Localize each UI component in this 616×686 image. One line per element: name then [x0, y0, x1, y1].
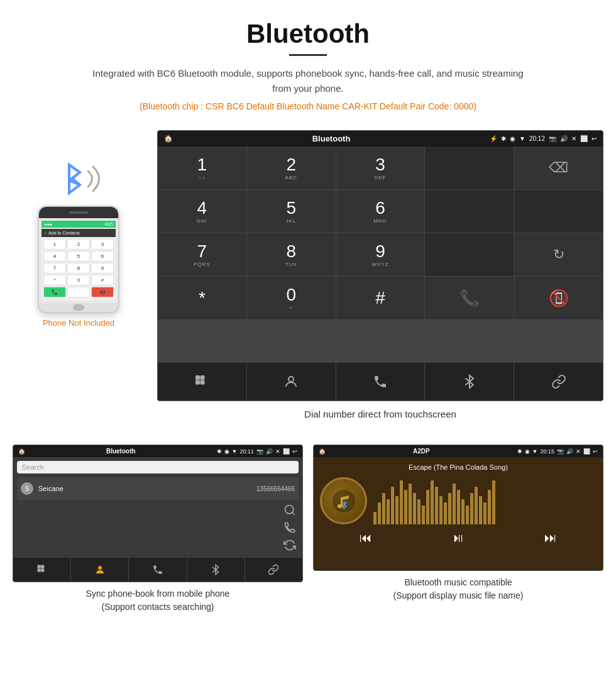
- page-header: Bluetooth Integrated with BC6 Bluetooth …: [0, 0, 616, 130]
- contacts-sig-icon: ▼: [232, 448, 238, 455]
- key-7[interactable]: 7 PQRS: [158, 233, 246, 276]
- usb-icon: ⚡: [490, 135, 497, 142]
- search-bar[interactable]: Search: [17, 461, 299, 473]
- action-link[interactable]: [514, 363, 603, 401]
- key-6[interactable]: 6 MNO: [336, 190, 425, 233]
- sm-action-bt[interactable]: [187, 558, 245, 582]
- contacts-screen-wrap: 🏠 Bluetooth ✱ ◉ ▼ 20:11 📷 🔊 ✕ ⬜ ↩ Search: [13, 445, 303, 619]
- page-title: Bluetooth: [13, 19, 603, 49]
- main-content: ●●●M25 + Add to Contacts 1 2 3 4 5 6: [0, 130, 616, 432]
- contacts-android-screen: 🏠 Bluetooth ✱ ◉ ▼ 20:11 📷 🔊 ✕ ⬜ ↩ Search: [13, 445, 303, 582]
- play-pause-btn[interactable]: ⏯: [452, 531, 465, 545]
- status-right: ⚡ ✱ ◉ ▼ 20:12 📷 🔊 ✕ ⬜ ↩: [490, 135, 597, 142]
- main-screen-caption: Dial number direct from touchscreen: [157, 401, 603, 432]
- album-art: [320, 477, 367, 524]
- phone-key-extra: [67, 287, 90, 297]
- prev-track-btn[interactable]: ⏮: [360, 531, 372, 545]
- key-0[interactable]: 0 +: [247, 277, 336, 319]
- phone-key-hash: #: [91, 275, 114, 285]
- music-win-icon[interactable]: ⬜: [583, 448, 590, 455]
- music-caption: Bluetooth music compatible(Support displ…: [393, 571, 524, 607]
- phone-status-bar: ●●●M25: [41, 221, 116, 228]
- action-bluetooth[interactable]: [425, 363, 514, 401]
- reload-side-icon: [283, 539, 296, 551]
- contacts-back-icon[interactable]: ↩: [292, 448, 297, 455]
- window-icon[interactable]: ⬜: [580, 135, 588, 142]
- music-app-name: A2DP: [413, 448, 430, 455]
- key-8[interactable]: 8 TUV: [247, 233, 336, 276]
- contacts-time: 20:11: [239, 448, 254, 455]
- svg-rect-0: [195, 375, 200, 380]
- key-3[interactable]: 3 DEF: [336, 147, 425, 189]
- phone-key-0: 0: [67, 275, 90, 285]
- time-display: 20:12: [529, 135, 545, 142]
- music-screen-wrap: 🏠 A2DP ✱ ◉ ▼ 20:15 📷 🔊 ✕ ⬜ ↩ Escape (The…: [313, 445, 603, 619]
- sm-action-link[interactable]: [245, 558, 302, 582]
- volume-icon: 🔊: [560, 135, 568, 142]
- home-icon[interactable]: 🏠: [164, 135, 173, 143]
- music-back-icon[interactable]: ↩: [593, 448, 598, 455]
- key-star[interactable]: *: [158, 277, 246, 319]
- music-home-icon[interactable]: 🏠: [319, 448, 326, 455]
- phone-keypad: 1 2 3 4 5 6 7 8 9 *: [41, 237, 116, 301]
- sm-action-apps[interactable]: [13, 558, 70, 582]
- contacts-x-icon[interactable]: ✕: [275, 448, 280, 455]
- svg-rect-3: [195, 380, 200, 385]
- location-icon: ◉: [510, 135, 515, 142]
- phone-side-icon: [283, 521, 296, 534]
- contacts-win-icon[interactable]: ⬜: [283, 448, 290, 455]
- contacts-cam-icon: 📷: [256, 448, 263, 455]
- key-call[interactable]: 📞: [425, 277, 514, 319]
- key-1[interactable]: 1 ○○: [158, 147, 246, 189]
- search-side-icon: [283, 504, 296, 516]
- music-content: [320, 477, 597, 524]
- empty-r3c4: [425, 233, 514, 276]
- next-track-btn[interactable]: ⏭: [544, 531, 557, 545]
- bt-status-icon: ✱: [501, 135, 506, 142]
- phone-call-btn: 📞: [43, 287, 66, 297]
- page-description: Integrated with BC6 Bluetooth module, su…: [88, 66, 528, 96]
- key-5[interactable]: 5 JKL: [247, 190, 336, 233]
- phone-key-8: 8: [67, 263, 90, 274]
- svg-rect-12: [41, 568, 44, 572]
- svg-rect-11: [37, 568, 40, 572]
- phone-key-9: 9: [91, 263, 114, 274]
- phone-bottom-bar: [39, 303, 118, 312]
- music-android-screen: 🏠 A2DP ✱ ◉ ▼ 20:15 📷 🔊 ✕ ⬜ ↩ Escape (The…: [313, 445, 603, 571]
- action-contacts[interactable]: [247, 363, 336, 401]
- empty-r2c5: [514, 190, 603, 233]
- android-screen: 🏠 Bluetooth ⚡ ✱ ◉ ▼ 20:12 📷 🔊 ✕ ⬜ ↩: [157, 130, 603, 401]
- close-icon[interactable]: ✕: [571, 135, 576, 142]
- action-apps[interactable]: [158, 363, 246, 401]
- key-end-call[interactable]: 📵: [514, 277, 603, 319]
- key-2[interactable]: 2 ABC: [247, 147, 336, 189]
- back-icon[interactable]: ↩: [591, 135, 597, 142]
- music-loc-icon: ◉: [525, 448, 530, 455]
- sm-action-contacts[interactable]: [71, 558, 128, 582]
- contacts-loc-icon: ◉: [224, 448, 229, 455]
- contacts-action-row: [13, 558, 302, 582]
- key-hash[interactable]: #: [336, 277, 425, 319]
- phone-screen: ●●●M25 + Add to Contacts 1 2 3 4 5 6: [39, 218, 118, 303]
- key-redial[interactable]: ↻: [514, 233, 603, 276]
- phone-end-btn: 📵: [91, 287, 114, 297]
- svg-point-8: [285, 506, 294, 514]
- app-name-label: Bluetooth: [312, 134, 351, 143]
- contacts-home-icon[interactable]: 🏠: [18, 448, 25, 455]
- contacts-app-name: Bluetooth: [106, 448, 136, 455]
- bottom-screens: 🏠 Bluetooth ✱ ◉ ▼ 20:11 📷 🔊 ✕ ⬜ ↩ Search: [0, 445, 616, 619]
- key-4[interactable]: 4 GHI: [158, 190, 246, 233]
- bluetooth-signal-graphic: [53, 155, 104, 199]
- action-phone[interactable]: [336, 363, 425, 401]
- music-x-icon[interactable]: ✕: [576, 448, 581, 455]
- sm-action-phone[interactable]: [129, 558, 186, 582]
- key-backspace[interactable]: ⌫: [514, 147, 603, 189]
- title-underline: [289, 54, 327, 56]
- phone-home-btn: [73, 304, 84, 311]
- music-sig-icon: ▼: [532, 448, 538, 455]
- empty-r2c4: [425, 190, 514, 233]
- phone-key-star: *: [43, 275, 66, 285]
- svg-point-16: [339, 504, 343, 508]
- key-9[interactable]: 9 WXYZ: [336, 233, 425, 276]
- svg-rect-10: [41, 565, 44, 568]
